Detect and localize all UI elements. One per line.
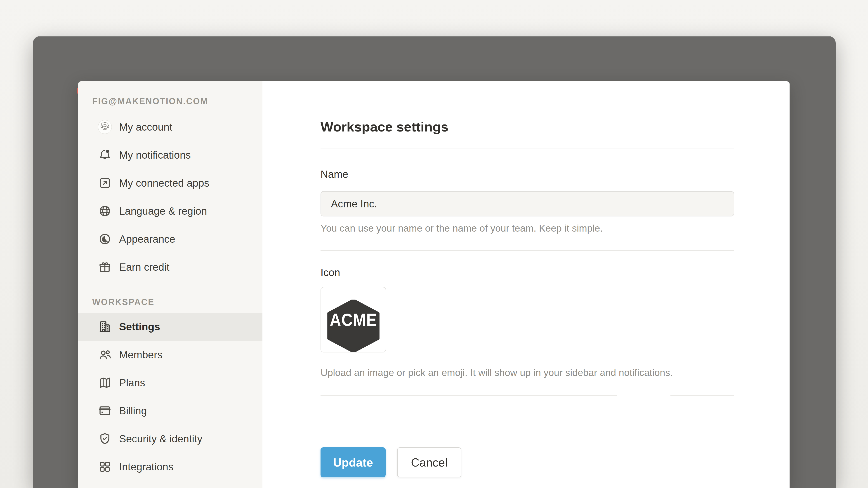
sidebar-item-my-account[interactable]: My account (78, 113, 262, 141)
workspace-nav: Settings Members (78, 313, 262, 481)
workspace-icon-tile[interactable]: ACME (320, 287, 386, 352)
divider (320, 148, 734, 149)
sidebar-item-label: Settings (119, 320, 160, 333)
workspace-section-heading: WORKSPACE (92, 297, 262, 307)
sidebar-item-label: Language & region (119, 205, 207, 217)
name-helper-text: You can use your name or the name of you… (320, 221, 734, 235)
modal-footer: Update Cancel (262, 434, 789, 488)
workspace-settings-panel: Workspace settings Name You can use your… (262, 81, 789, 488)
globe-icon (97, 203, 113, 219)
shield-check-icon (97, 431, 113, 447)
sidebar-item-security-identity[interactable]: Security & identity (78, 425, 262, 453)
sidebar-item-members[interactable]: Members (78, 341, 262, 369)
sidebar-item-label: My connected apps (119, 177, 209, 189)
sidebar-item-label: Appearance (119, 233, 175, 246)
acme-logo: ACME (327, 300, 380, 340)
dog-avatar (97, 119, 113, 135)
people-icon (97, 347, 113, 363)
macos-window: FIG@MAKENOTION.COM (33, 36, 836, 488)
name-field-label: Name (320, 168, 734, 181)
divider (320, 395, 734, 396)
update-button[interactable]: Update (320, 447, 385, 477)
icon-field-label: Icon (320, 266, 734, 279)
sidebar-item-label: Integrations (119, 460, 174, 473)
sidebar-item-my-connected-apps[interactable]: My connected apps (78, 169, 262, 197)
sidebar-item-plans[interactable]: Plans (78, 369, 262, 397)
sidebar-item-my-notifications[interactable]: My notifications (78, 141, 262, 169)
sidebar-item-settings[interactable]: Settings (78, 313, 262, 341)
sidebar-item-appearance[interactable]: Appearance (78, 225, 262, 253)
workspace-name-input[interactable] (320, 191, 734, 217)
screenshot-stage: FIG@MAKENOTION.COM (0, 0, 868, 488)
icon-helper-text: Upload an image or pick an emoji. It wil… (320, 365, 678, 380)
screenshot-artifact-overlay (617, 382, 671, 396)
sidebar-item-label: Security & identity (119, 432, 202, 445)
sidebar-item-label: My account (119, 121, 172, 133)
divider (320, 250, 734, 251)
moon-icon (97, 231, 113, 247)
settings-modal: FIG@MAKENOTION.COM (78, 81, 789, 488)
sidebar-item-label: Earn credit (119, 261, 169, 273)
gift-icon (97, 259, 113, 275)
settings-sidebar: FIG@MAKENOTION.COM (78, 81, 262, 488)
map-icon (97, 375, 113, 391)
sidebar-item-integrations[interactable]: Integrations (78, 453, 262, 481)
building-icon (97, 319, 113, 335)
credit-card-icon (97, 402, 113, 419)
sidebar-item-label: Members (119, 348, 162, 361)
sidebar-item-earn-credit[interactable]: Earn credit (78, 253, 262, 281)
sidebar-item-label: My notifications (119, 149, 191, 161)
grid-icon (97, 459, 113, 475)
personal-nav: My account My notifications (78, 113, 262, 281)
sidebar-item-label: Plans (119, 377, 145, 389)
account-email-heading: FIG@MAKENOTION.COM (92, 96, 262, 107)
cancel-button[interactable]: Cancel (397, 447, 461, 477)
sidebar-item-label: Billing (119, 404, 147, 417)
page-title: Workspace settings (320, 119, 734, 135)
acme-logo-text: ACME (330, 300, 376, 340)
sidebar-item-language-region[interactable]: Language & region (78, 197, 262, 225)
sidebar-item-billing[interactable]: Billing (78, 397, 262, 425)
external-link-icon (97, 175, 113, 191)
bell-icon (97, 147, 113, 163)
